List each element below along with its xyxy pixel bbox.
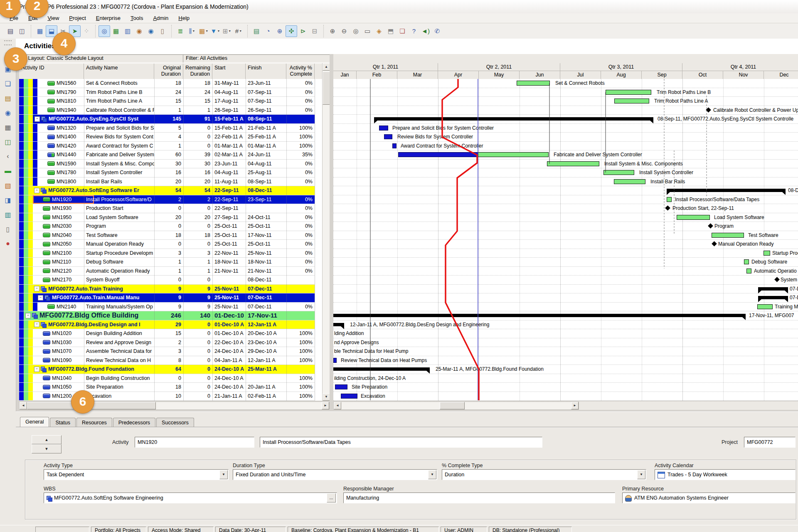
tab-resources[interactable]: Resources [76, 418, 112, 427]
remaining-bar[interactable] [764, 251, 770, 256]
start-cell[interactable]: 25-Oct-11 [212, 231, 246, 240]
help-icon[interactable]: ✆ [431, 25, 443, 37]
start-cell[interactable]: 25-Nov-11 [212, 293, 246, 302]
finish-cell[interactable]: 07-Dec-11 [246, 285, 286, 293]
start-cell[interactable]: 15-Feb-11 A [212, 115, 246, 123]
move-icon[interactable]: ✣ [286, 25, 297, 37]
summary-bar[interactable] [333, 323, 344, 326]
activity-id-field[interactable]: MN1920 [135, 437, 254, 448]
timescale-month[interactable]: May [479, 71, 520, 79]
image-icon[interactable]: ◫ [2, 136, 13, 147]
original-duration-cell[interactable]: 1 [154, 258, 183, 266]
activity-name-field[interactable]: Install Processor/Software/Data Tapes [260, 437, 542, 448]
toolbar-grip-icon[interactable] [4, 40, 12, 45]
start-cell[interactable]: 18-Nov-11 [212, 258, 246, 266]
finish-cell[interactable]: 26-Sep-11 [246, 106, 286, 115]
info-icon[interactable]: ? [408, 25, 420, 37]
activity-name-cell[interactable]: Site Preparation [84, 383, 154, 392]
original-duration-cell[interactable]: 18 [154, 79, 183, 88]
activity-name-cell[interactable]: Automatic Operation Ready [84, 267, 154, 276]
folder-icon[interactable]: ▤ [2, 93, 13, 103]
pct-complete-type-select[interactable]: Duration▼ [442, 469, 646, 480]
original-duration-cell[interactable]: 1 [154, 267, 183, 276]
column-header[interactable]: Finish [246, 64, 286, 79]
activity-name-cell[interactable]: Design Building Addition [84, 329, 154, 338]
original-duration-cell[interactable]: 60 [154, 150, 183, 159]
finish-cell[interactable]: 17-Nov-11 [246, 311, 286, 320]
remaining-duration-cell[interactable]: 9 [183, 303, 212, 311]
finish-cell[interactable]: 25-Nov-11 [246, 249, 286, 258]
pct-complete-cell[interactable]: 0% [286, 303, 315, 311]
original-duration-cell[interactable]: 1 [154, 106, 183, 115]
original-duration-cell[interactable]: 9 [154, 293, 183, 302]
remaining-bar[interactable] [603, 170, 634, 175]
original-duration-cell[interactable]: 0 [154, 240, 183, 249]
table-row[interactable]: MN1590Install System & Misc. Compo303023… [19, 160, 315, 169]
dropdown-caret-icon[interactable]: ▼ [239, 30, 242, 32]
remaining-duration-cell[interactable]: 18 [183, 79, 212, 88]
summary-bar[interactable] [333, 367, 430, 371]
scroll-up-button[interactable]: ▲ [323, 63, 330, 71]
finish-cell[interactable]: 08-Dec-11 [246, 276, 286, 284]
table-row[interactable]: MN1420Award Contract for System C1001-Ma… [19, 142, 315, 151]
start-cell[interactable]: 25-Oct-11 [212, 222, 246, 231]
remaining-duration-cell[interactable]: 0 [183, 320, 212, 329]
start-cell[interactable]: 25-Nov-11 [212, 303, 246, 311]
doc-icon[interactable]: ▯ [2, 224, 13, 234]
column-header[interactable]: OriginalDuration [154, 64, 183, 79]
pct-complete-cell[interactable]: 100% [286, 124, 315, 133]
code-icon[interactable]: #▼ [233, 25, 244, 37]
tab-general[interactable]: General [20, 417, 49, 427]
layout-selector[interactable]: ✓Layout: Classic Schedule Layout [19, 54, 185, 63]
fit-icon[interactable]: ▭ [362, 25, 373, 37]
finish-cell[interactable]: 24-Oct-11 [246, 213, 286, 222]
collapse-icon[interactable]: − [34, 188, 39, 193]
chart-icon[interactable]: ▥ [2, 209, 13, 220]
table-row[interactable]: MN1050Site Preparation18024-Dec-10 A20-J… [19, 383, 315, 392]
dropdown-icon[interactable]: ▼ [219, 470, 228, 479]
activity-id-cell[interactable]: −MFG00772.Bldg.DesEng Design and I [28, 320, 160, 329]
actual-bar[interactable] [335, 384, 347, 389]
finish-cell[interactable]: 04-Aug-11 [246, 160, 286, 168]
original-duration-cell[interactable]: 20 [154, 177, 183, 186]
finish-cell[interactable]: 23-Jun-11 [246, 79, 286, 88]
finish-cell[interactable]: 18-Nov-11 [246, 258, 286, 266]
activity-id-cell[interactable]: −MFG00772.Auto.Train Training [28, 285, 160, 293]
activity-name-cell[interactable]: Trim Robot Paths Line B [84, 88, 154, 97]
remaining-duration-cell[interactable]: 1 [183, 267, 212, 276]
finish-cell[interactable]: 25-Aug-11 [246, 168, 286, 177]
print-icon[interactable]: ▤ [5, 25, 16, 37]
original-duration-cell[interactable]: 0 [154, 204, 183, 213]
column-header[interactable]: RemainingDuration [183, 64, 212, 79]
finish-cell[interactable]: 17-Nov-11 [246, 231, 286, 240]
remaining-bar[interactable] [667, 197, 672, 202]
jump-icon[interactable]: ⊳ [297, 25, 309, 37]
original-duration-cell[interactable]: 30 [154, 160, 183, 168]
pct-complete-cell[interactable]: 100% [286, 392, 315, 401]
diamond-icon[interactable]: ◈ [373, 25, 385, 37]
column-header[interactable]: Activity %Complete [286, 64, 315, 79]
table-row[interactable]: MN2120Automatic Operation Ready1121-Nov-… [19, 267, 315, 276]
finish-cell[interactable]: 07-Dec-11 [246, 303, 286, 311]
remaining-duration-cell[interactable]: 1 [183, 258, 212, 266]
remaining-duration-cell[interactable]: 0 [183, 240, 212, 249]
table-row[interactable]: MN1780Install System Controller161604-Au… [19, 168, 315, 177]
activity-table-icon[interactable]: ▦ [110, 25, 122, 37]
remaining-bar[interactable] [547, 161, 599, 166]
activity-name-cell[interactable]: Debug Software [84, 258, 154, 266]
remaining-duration-cell[interactable]: 0 [183, 338, 212, 347]
activity-name-cell[interactable]: Manual Operation Ready [84, 240, 154, 249]
table-row[interactable]: MN1790Trim Robot Paths Line B242404-Aug-… [19, 88, 315, 97]
finish-cell[interactable]: 07-Dec-11 [246, 293, 286, 302]
finish-cell[interactable] [246, 204, 286, 213]
finish-cell[interactable]: 25-Mar-11 A [246, 365, 286, 374]
comment-icon[interactable]: ❏ [397, 25, 408, 37]
collapse-icon[interactable]: − [25, 313, 31, 318]
remaining-duration-cell[interactable]: 0 [183, 383, 212, 392]
pct-complete-cell[interactable]: 0% [286, 79, 315, 88]
start-cell[interactable]: 26-Sep-11 [212, 106, 246, 115]
remaining-duration-cell[interactable]: 20 [183, 177, 212, 186]
finish-cell[interactable]: 01-Mar-11 A [246, 142, 286, 150]
bars-icon[interactable]: ≣ [175, 25, 186, 37]
timescale-month[interactable]: Jul [560, 71, 601, 79]
